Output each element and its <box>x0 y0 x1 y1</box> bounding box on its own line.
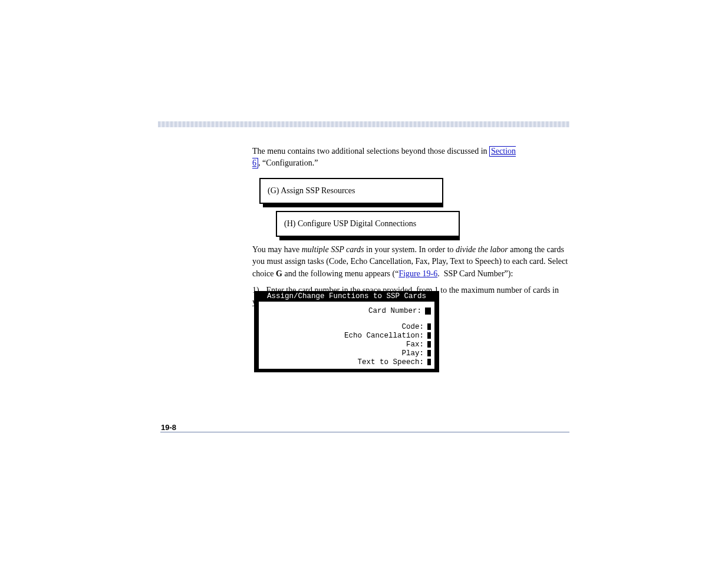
intro-paragraph: The menu contains two additional selecti… <box>252 146 569 170</box>
cursor-icon <box>425 308 431 315</box>
terminal-label-echo: Echo Cancellation: <box>344 332 424 340</box>
terminal-row-echo: Echo Cancellation: <box>262 331 431 340</box>
terminal-row-card-number: Card Number: <box>262 306 431 315</box>
choice-g-bold: G <box>276 269 282 278</box>
terminal-label-card-number: Card Number: <box>368 307 421 315</box>
emph-divide-labor: divide the labor <box>456 245 508 254</box>
terminal-row-tts: Text to Speech: <box>262 358 431 366</box>
terminal-row-fax: Fax: <box>262 340 431 349</box>
figure-link[interactable]: Figure 19-6 <box>398 269 437 278</box>
cursor-icon <box>427 350 431 356</box>
terminal-label-play: Play: <box>401 349 424 358</box>
cursor-icon <box>427 323 431 330</box>
option-box-g-label: (G) Assign SSP Resources <box>268 186 355 195</box>
terminal-panel: Assign/Change Functions to SSP Cards Car… <box>254 291 439 372</box>
terminal-row-play: Play: <box>262 349 431 358</box>
cursor-icon <box>427 359 431 365</box>
terminal-row-code: Code: <box>262 322 431 331</box>
page-number: 19-8 <box>161 423 176 432</box>
terminal-title: Assign/Change Functions to SSP Cards <box>254 291 439 302</box>
footer-rule <box>160 432 569 432</box>
emph-multiple-ssp: multiple SSP cards <box>302 245 364 254</box>
terminal-label-code: Code: <box>401 323 424 331</box>
option-box-h: (H) Configure USP Digital Connections <box>276 211 460 237</box>
intro-text-post: , “Configuration.” <box>258 158 318 167</box>
option-box-g: (G) Assign SSP Resources <box>259 178 443 204</box>
cursor-icon <box>427 332 431 339</box>
header-pattern-band <box>158 121 569 127</box>
explain-paragraph: You may have multiple SSP cards in your … <box>252 244 569 280</box>
terminal-label-tts: Text to Speech: <box>357 358 424 366</box>
terminal-label-fax: Fax: <box>406 340 424 349</box>
intro-text-pre: The menu contains two additional selecti… <box>252 147 489 156</box>
option-box-h-label: (H) Configure USP Digital Connections <box>284 219 416 228</box>
cursor-icon <box>427 341 431 348</box>
